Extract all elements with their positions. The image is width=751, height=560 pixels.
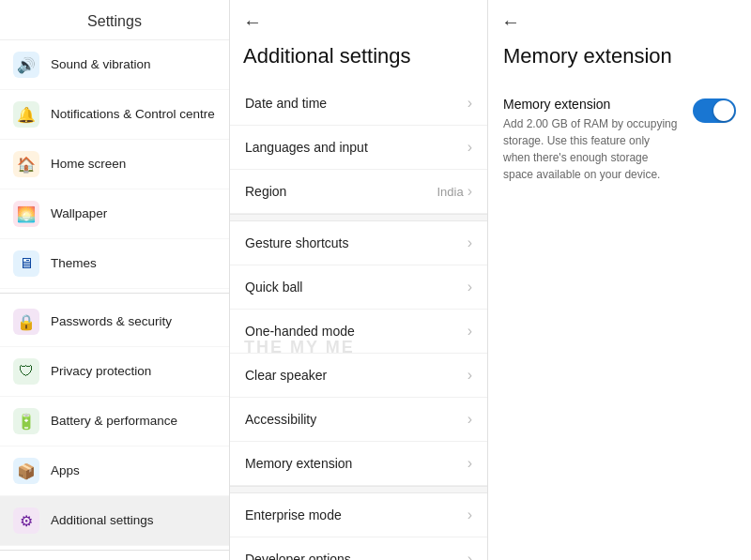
chevron-icon-clearspeaker: › [467, 367, 472, 384]
menu-label-quickball: Quick ball [245, 280, 302, 295]
chevron-icon-onehanded: › [467, 323, 472, 340]
sidebar-item-apps[interactable]: 📦 Apps [0, 446, 229, 496]
privacy-icon: 🛡 [13, 358, 39, 385]
chevron-icon-gesture: › [467, 235, 472, 251]
sound-icon: 🔊 [13, 52, 39, 78]
menu-right-accessibility: › [467, 411, 472, 428]
middle-section-divider-2 [230, 486, 487, 493]
menu-label-date-time: Date and time [245, 96, 327, 111]
sidebar-label-notifications: Notifications & Control centre [51, 106, 215, 123]
sidebar-item-themes[interactable]: 🖥 Themes [0, 239, 229, 289]
right-panel-title: Memory extension [488, 40, 751, 83]
middle-panel-header: ← [230, 0, 487, 40]
menu-label-accessibility: Accessibility [245, 412, 316, 427]
menu-item-clearspeaker[interactable]: Clear speaker › [230, 354, 487, 398]
menu-right-onehanded: › [467, 323, 472, 340]
sidebar-item-sound[interactable]: 🔊 Sound & vibration [0, 40, 229, 90]
additional-icon: ⚙ [13, 507, 39, 534]
region-value: India [437, 185, 463, 199]
sidebar-label-wallpaper: Wallpaper [51, 205, 107, 222]
menu-right-languages: › [467, 139, 472, 156]
menu-item-region[interactable]: Region India › [230, 170, 487, 214]
menu-right-quickball: › [467, 279, 472, 295]
chevron-icon-memext: › [467, 455, 472, 472]
chevron-icon-enterprise: › [467, 507, 472, 523]
right-panel: ← Memory extension Memory extension Add … [488, 0, 751, 560]
menu-label-languages: Languages and input [245, 140, 368, 155]
toggle-knob [713, 100, 734, 121]
menu-item-developer[interactable]: Developer options › [230, 537, 487, 560]
middle-panel-title: Additional settings [230, 40, 487, 82]
menu-right-region: India › [437, 183, 472, 200]
right-panel-header: ← [488, 0, 751, 40]
sidebar-label-passwords: Passwords & security [51, 313, 172, 330]
apps-icon: 📦 [13, 458, 39, 484]
menu-item-enterprise[interactable]: Enterprise mode › [230, 493, 487, 537]
menu-right-enterprise: › [467, 507, 472, 523]
sidebar-label-privacy: Privacy protection [51, 363, 151, 380]
sidebar-item-battery[interactable]: 🔋 Battery & performance [0, 397, 229, 446]
sidebar-title: Settings [0, 0, 229, 40]
sidebar-divider-2 [0, 550, 229, 551]
sidebar: Settings 🔊 Sound & vibration 🔔 Notificat… [0, 0, 230, 560]
sidebar-item-notifications[interactable]: 🔔 Notifications & Control centre [0, 90, 229, 140]
menu-item-quickball[interactable]: Quick ball › [230, 265, 487, 310]
sidebar-item-additional[interactable]: ⚙ Additional settings [0, 496, 229, 546]
middle-panel: ← Additional settings Date and time › La… [230, 0, 488, 560]
sidebar-item-home[interactable]: 🏠 Home screen [0, 140, 229, 189]
chevron-icon-languages: › [467, 139, 472, 156]
menu-item-date-time[interactable]: Date and time › [230, 82, 487, 126]
chevron-icon-quickball: › [467, 279, 472, 295]
menu-item-languages[interactable]: Languages and input › [230, 126, 487, 170]
menu-right-developer: › [467, 551, 472, 560]
notifications-icon: 🔔 [13, 101, 39, 128]
menu-item-gesture[interactable]: Gesture shortcuts › [230, 221, 487, 265]
sidebar-label-apps: Apps [51, 462, 80, 479]
menu-item-onehanded[interactable]: One-handed mode › [230, 310, 487, 354]
battery-icon: 🔋 [13, 408, 39, 434]
middle-section-divider-1 [230, 214, 487, 221]
menu-right-clearspeaker: › [467, 367, 472, 384]
chevron-icon-date-time: › [467, 95, 472, 112]
menu-right-gesture: › [467, 235, 472, 251]
sidebar-item-wellbeing[interactable]: 💚 Digital Wellbeing & parental controls [0, 554, 229, 560]
menu-right-memext: › [467, 455, 472, 472]
sidebar-item-wallpaper[interactable]: 🌅 Wallpaper [0, 189, 229, 239]
sidebar-label-additional: Additional settings [51, 512, 154, 529]
memory-extension-text: Memory extension Add 2.00 GB of RAM by o… [503, 97, 678, 183]
sidebar-label-sound: Sound & vibration [51, 56, 151, 73]
sidebar-item-privacy[interactable]: 🛡 Privacy protection [0, 347, 229, 397]
sidebar-item-passwords[interactable]: 🔒 Passwords & security [0, 297, 229, 347]
menu-label-developer: Developer options [245, 552, 351, 560]
menu-label-enterprise: Enterprise mode [245, 507, 342, 522]
menu-right-date-time: › [467, 95, 472, 112]
middle-back-button[interactable]: ← [243, 11, 262, 33]
right-back-button[interactable]: ← [501, 11, 520, 33]
passwords-icon: 🔒 [13, 309, 39, 335]
menu-label-clearspeaker: Clear speaker [245, 368, 327, 383]
memory-extension-label: Memory extension [503, 97, 678, 112]
menu-label-gesture: Gesture shortcuts [245, 235, 349, 250]
chevron-icon-accessibility: › [467, 411, 472, 428]
chevron-icon-region: › [467, 183, 472, 200]
sidebar-label-battery: Battery & performance [51, 413, 177, 430]
menu-item-accessibility[interactable]: Accessibility › [230, 398, 487, 442]
sidebar-label-home: Home screen [51, 156, 126, 173]
memory-extension-description: Add 2.00 GB of RAM by occupying storage.… [503, 115, 678, 183]
wallpaper-icon: 🌅 [13, 201, 39, 227]
menu-label-region: Region [245, 184, 286, 199]
memory-extension-item: Memory extension Add 2.00 GB of RAM by o… [488, 83, 751, 196]
home-icon: 🏠 [13, 151, 39, 177]
memory-extension-toggle[interactable] [693, 98, 736, 123]
themes-icon: 🖥 [13, 250, 39, 277]
menu-label-memext: Memory extension [245, 456, 352, 471]
chevron-icon-developer: › [467, 551, 472, 560]
menu-label-onehanded: One-handed mode [245, 324, 355, 339]
sidebar-label-themes: Themes [51, 255, 97, 272]
menu-item-memext[interactable]: Memory extension › [230, 442, 487, 486]
sidebar-divider-1 [0, 293, 229, 294]
